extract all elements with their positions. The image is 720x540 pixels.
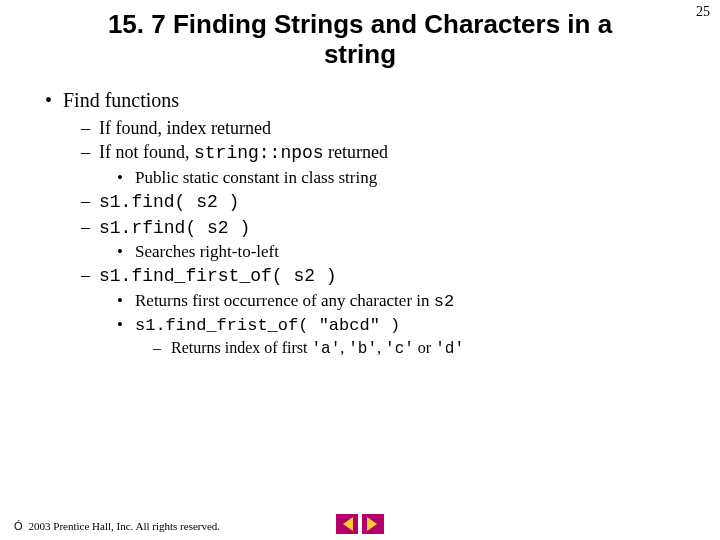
subsubsub-returns-index: –Returns index of first 'a', 'b', 'c' or… bbox=[153, 338, 690, 359]
dash-icon: – bbox=[81, 117, 99, 140]
bullet-dot-icon: • bbox=[117, 290, 135, 311]
code-rfind: s1.rfind( s2 ) bbox=[99, 218, 250, 238]
subbullet-find: –s1.find( s2 ) bbox=[81, 190, 690, 214]
code-s2: s2 bbox=[434, 292, 454, 311]
code-c: 'c' bbox=[385, 340, 414, 358]
subsub-public-static: •Public static constant in class string bbox=[117, 167, 690, 188]
footer-text: 2003 Prentice Hall, Inc. All rights rese… bbox=[29, 520, 221, 532]
code-find: s1.find( s2 ) bbox=[99, 192, 239, 212]
bullet-find-functions: •Find functions bbox=[45, 88, 690, 113]
copyright-icon: Ó bbox=[14, 520, 23, 532]
sep3: or bbox=[414, 339, 435, 356]
subbullet-if-not-found: –If not found, string::npos returned bbox=[81, 141, 690, 165]
dash-icon: – bbox=[81, 264, 99, 287]
dash-icon: – bbox=[81, 216, 99, 239]
subbullet-if-found: –If found, index returned bbox=[81, 117, 690, 140]
subsub-text: Public static constant in class string bbox=[135, 168, 377, 187]
nav-arrows bbox=[336, 514, 384, 534]
bullet-dot-icon: • bbox=[117, 241, 135, 262]
arrow-left-icon bbox=[343, 517, 353, 531]
text-pre: If not found, bbox=[99, 142, 194, 162]
code-b: 'b' bbox=[348, 340, 377, 358]
prev-slide-button[interactable] bbox=[336, 514, 358, 534]
subbullet-find-first-of: –s1.find_first_of( s2 ) bbox=[81, 264, 690, 288]
text-pre: Returns index of first bbox=[171, 339, 311, 356]
code-npos: string::npos bbox=[194, 143, 324, 163]
slide-title: 15. 7 Finding Strings and Characters in … bbox=[90, 10, 630, 70]
dash-icon: – bbox=[81, 190, 99, 213]
title-line-2: string bbox=[324, 39, 396, 69]
bullet-text: Find functions bbox=[63, 89, 179, 111]
text-post: returned bbox=[324, 142, 388, 162]
title-line-1: 15. 7 Finding Strings and Characters in … bbox=[108, 9, 612, 39]
bullet-dot-icon: • bbox=[117, 167, 135, 188]
bullet-dot-icon: • bbox=[45, 88, 63, 113]
subbullet-text: If found, index returned bbox=[99, 118, 271, 138]
code-find-first-of-abcd: s1.find_frist_of( "abcd" ) bbox=[135, 316, 400, 335]
code-find-first-of: s1.find_first_of( s2 ) bbox=[99, 266, 337, 286]
arrow-right-icon bbox=[367, 517, 377, 531]
page-number: 25 bbox=[696, 4, 710, 20]
subsub-returns-first-occ: •Returns first occurrence of any charact… bbox=[117, 290, 690, 312]
subsub-find-first-of-abcd: •s1.find_frist_of( "abcd" ) bbox=[117, 314, 690, 336]
slide-body: •Find functions –If found, index returne… bbox=[45, 88, 690, 360]
code-d: 'd' bbox=[435, 340, 464, 358]
bullet-dot-icon: • bbox=[117, 314, 135, 335]
subbullet-rfind: –s1.rfind( s2 ) bbox=[81, 216, 690, 240]
subsub-searches-rtl: •Searches right-to-left bbox=[117, 241, 690, 262]
dash-icon: – bbox=[153, 338, 171, 358]
subsub-text: Searches right-to-left bbox=[135, 242, 279, 261]
text-pre: Returns first occurrence of any characte… bbox=[135, 291, 434, 310]
footer: Ó 2003 Prentice Hall, Inc. All rights re… bbox=[14, 520, 220, 532]
dash-icon: – bbox=[81, 141, 99, 164]
sep2: , bbox=[377, 339, 385, 356]
next-slide-button[interactable] bbox=[362, 514, 384, 534]
code-a: 'a' bbox=[311, 340, 340, 358]
